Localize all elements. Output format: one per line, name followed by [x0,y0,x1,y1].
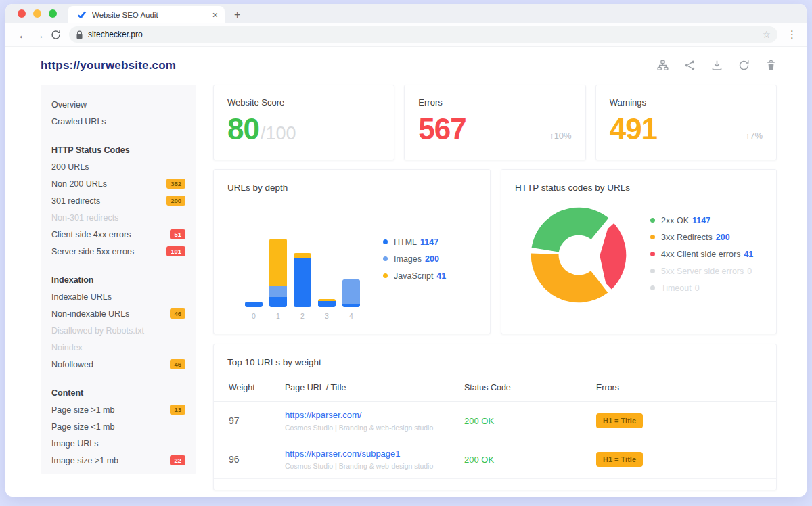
audited-site-url: https://yourwebsite.com [41,59,176,72]
sidebar-item-301-redirects[interactable]: 301 redirects200 [51,192,185,209]
cell-weight: 96 [229,454,285,465]
x-tick-label: 2 [294,312,311,320]
sidebar: OverviewCrawled URLsHTTP Status Codes200… [41,85,196,474]
bar-segment-javascript [294,253,311,258]
close-window-button[interactable] [18,9,26,18]
bar-depth-3[interactable] [318,299,336,307]
legend-value: 41 [744,250,753,259]
error-badge[interactable]: H1 = Title [596,413,643,428]
sidebar-item-indexable-urls[interactable]: Indexable URLs [51,288,185,305]
bar-depth-0[interactable] [245,302,263,307]
sidebar-item-label: Nofollowed [51,360,170,369]
sidebar-item-non-200-urls[interactable]: Non 200 URLs352 [51,175,185,192]
sidebar-item-nofollowed[interactable]: Nofollowed46 [51,356,185,373]
delete-icon[interactable] [765,60,777,71]
reload-icon [51,30,61,40]
dashboard-layout: OverviewCrawled URLsHTTP Status Codes200… [41,85,777,490]
page-url-link[interactable]: https://kparser.com/ [285,410,464,420]
bar-segment-images [269,286,287,297]
sidebar-section: OverviewCrawled URLs [51,96,185,130]
sidebar-item-label: Client side 4xx errors [51,230,170,239]
sidebar-item-page-size-1-mb[interactable]: Page size >1 mb13 [51,401,185,418]
legend-item-javascript[interactable]: JavaScript41 [383,267,446,284]
table-header: Weight Page URL / Title Status Code Erro… [214,367,776,402]
cell-weight: 97 [229,415,285,426]
sidebar-item-crawled-urls[interactable]: Crawled URLs [51,113,185,130]
column-page-url: Page URL / Title [285,383,464,392]
sidebar-section: HTTP Status Codes200 URLsNon 200 URLs352… [51,141,185,260]
legend-dot [650,235,655,239]
stat-label: Errors [418,97,571,108]
errors-delta: ↑10% [549,131,572,141]
sidebar-item-badge: 51 [170,229,185,239]
donut-segment-2xx-ok[interactable] [532,208,609,252]
legend-item-images[interactable]: Images200 [383,250,446,267]
sidebar-item-disallowed-by-robots-txt[interactable]: Disallowed by Robots.txt [51,322,185,339]
legend-label: 5xx Server side errors [661,267,744,276]
donut-segment-4xx-client-side-errors[interactable] [600,223,626,290]
maximize-window-button[interactable] [49,9,57,18]
sidebar-item-non-indexable-urls[interactable]: Non-indexable URLs46 [51,305,185,322]
forward-button[interactable]: → [31,30,47,40]
minimize-window-button[interactable] [33,9,41,18]
bar-segment-html [294,258,311,307]
sidebar-item-label: 200 URLs [51,162,185,172]
browser-menu-icon[interactable]: ⋮ [787,28,797,41]
warnings-delta: ↑7% [746,131,763,141]
chart-title: URLs by depth [214,170,490,193]
legend-item-4xx-client-side-errors[interactable]: 4xx Client side errors41 [650,246,753,262]
sidebar-section-title-http-status-codes: HTTP Status Codes [51,141,185,158]
bar-depth-2[interactable] [294,253,311,307]
bar-depth-1[interactable] [269,239,287,307]
cell-page-url: https://kparser.com/subpage1Cosmos Studi… [285,448,464,470]
sidebar-item-image-size-1-mb[interactable]: Image size >1 mb22 [51,452,185,469]
browser-tab[interactable]: Website SEO Audit × [68,6,225,23]
legend-value: 0 [695,283,700,293]
error-badge[interactable]: H1 = Title [596,452,643,467]
bar-segment-html [245,302,263,307]
legend-item-5xx-server-side-errors[interactable]: 5xx Server side errors0 [650,262,753,279]
sidebar-item-server-side-5xx-errors[interactable]: Server side 5xx errors101 [51,243,185,260]
legend-label: 2xx OK [661,216,689,225]
legend-item-2xx-ok[interactable]: 2xx OK1147 [650,212,753,229]
sidebar-item-200-urls[interactable]: 200 URLs [51,158,185,175]
page-title-text: Cosmos Studio | Branding & web-design st… [285,423,464,432]
bookmark-star-icon[interactable]: ☆ [762,30,771,39]
sidebar-item-label: Server side 5xx errors [51,247,166,256]
app-content: https://yourwebsite.com [5,46,807,497]
charts-row: URLs by depth 01234 HTML1147Images200Jav… [213,169,777,334]
download-icon[interactable] [711,60,723,71]
sidebar-item-label: Page size >1 mb [51,405,170,415]
back-button[interactable]: ← [15,30,31,40]
close-tab-icon[interactable]: × [212,10,218,20]
page-title-text: Cosmos Studio | Branding & web-design st… [285,462,464,470]
reload-button[interactable] [47,30,64,40]
legend-value: 1147 [420,237,438,247]
table-row-1: 97https://kparser.com/Cosmos Studio | Br… [214,402,776,440]
sidebar-item-image-urls[interactable]: Image URLs [51,435,185,452]
legend-item-3xx-redirects[interactable]: 3xx Redirects200 [650,229,753,246]
address-bar[interactable]: sitechecker.pro ☆ [69,26,777,43]
donut-segment-3xx-redirects[interactable] [531,254,608,303]
new-tab-button[interactable]: + [234,9,240,20]
sidebar-item-non-301-redirects[interactable]: Non-301 redirects [51,209,185,226]
sidebar-item-client-side-4xx-errors[interactable]: Client side 4xx errors51 [51,226,185,243]
bar-depth-4[interactable] [342,279,360,307]
column-errors: Errors [596,383,776,392]
legend-dot [650,252,655,256]
page-url-link[interactable]: https://kparser.com/subpage1 [285,448,464,459]
sitemap-icon[interactable] [657,60,669,71]
x-tick-label: 3 [318,312,336,320]
refresh-icon[interactable] [738,60,750,71]
legend-item-timeout[interactable]: Timeout0 [650,279,753,296]
sidebar-item-noindex[interactable]: Noindex [51,339,185,356]
table-title: Top 10 URLs by weight [214,344,776,367]
x-tick-label: 4 [342,312,360,320]
http-status-codes-card: HTTP status codes by URLs 2xx OK11473xx … [501,169,777,334]
legend-item-html[interactable]: HTML1147 [383,233,446,250]
urls-by-depth-card: URLs by depth 01234 HTML1147Images200Jav… [213,169,491,334]
sidebar-item-label: Crawled URLs [51,117,185,127]
sidebar-item-overview[interactable]: Overview [51,96,185,113]
share-icon[interactable] [684,60,696,71]
sidebar-item-page-size-1-mb[interactable]: Page size <1 mb [51,418,185,435]
